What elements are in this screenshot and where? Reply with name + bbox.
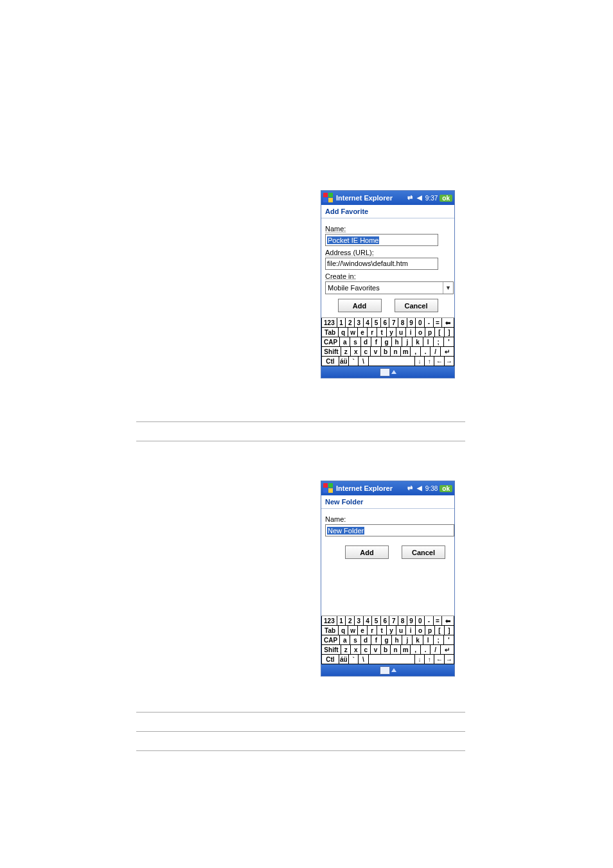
key-123[interactable]: 123 [321, 318, 337, 328]
key-x[interactable]: ' [444, 635, 454, 645]
key-o[interactable]: o [416, 328, 425, 337]
keyboard-icon[interactable] [380, 368, 390, 376]
key-4[interactable]: 4 [364, 616, 373, 626]
key-CAP[interactable]: CAP [321, 635, 340, 645]
key-x[interactable]: ↓ [415, 655, 425, 664]
key-v[interactable]: v [371, 645, 380, 655]
key-x[interactable]: ↓ [415, 357, 425, 366]
key-123[interactable]: 123 [321, 616, 337, 626]
key-o[interactable]: o [416, 626, 425, 635]
key-0[interactable]: 0 [416, 318, 425, 328]
cancel-button[interactable]: Cancel [402, 545, 445, 559]
key-2[interactable]: 2 [346, 616, 355, 626]
add-button[interactable]: Add [345, 545, 389, 559]
key-x[interactable]: ↑ [425, 655, 434, 664]
key-9[interactable]: 9 [407, 318, 416, 328]
key-xx[interactable]: áü [339, 357, 349, 366]
key-f[interactable]: f [371, 635, 382, 645]
input-panel-arrow-icon[interactable] [391, 668, 396, 672]
key-x[interactable]: = [434, 318, 443, 328]
key-x[interactable]: \ [359, 655, 368, 664]
key-k[interactable]: k [413, 337, 423, 347]
key-7[interactable]: 7 [389, 616, 398, 626]
key-x[interactable]: , [411, 347, 420, 357]
key-e[interactable]: e [358, 626, 368, 635]
key-x[interactable]: ⬅ [442, 318, 454, 328]
key-Shift[interactable]: Shift [321, 645, 341, 655]
key-Tab[interactable]: Tab [321, 626, 339, 635]
key-e[interactable]: e [358, 328, 368, 337]
key-g[interactable]: g [382, 635, 392, 645]
key-x[interactable]: ` [349, 655, 359, 664]
start-icon[interactable] [323, 483, 333, 493]
key-1[interactable]: 1 [337, 318, 346, 328]
volume-icon[interactable]: ◀ [416, 194, 423, 202]
key-j[interactable]: j [402, 635, 413, 645]
key-x[interactable]: . [421, 347, 431, 357]
key-0[interactable]: 0 [416, 616, 425, 626]
key-x[interactable]: - [425, 318, 434, 328]
key-8[interactable]: 8 [398, 616, 407, 626]
soft-keyboard[interactable]: 1231234567890-=⬅Tabqwertyuiop[]CAPasdfgh… [321, 616, 454, 664]
key-h[interactable]: h [392, 337, 402, 347]
key-x[interactable]: / [431, 645, 440, 655]
key-k[interactable]: k [413, 635, 423, 645]
key-h[interactable]: h [392, 635, 402, 645]
key-Shift[interactable]: Shift [321, 347, 341, 357]
start-icon[interactable] [323, 193, 333, 203]
connectivity-icon[interactable]: ⇄ [406, 484, 414, 492]
ok-button[interactable]: ok [440, 195, 452, 202]
key-r[interactable]: r [368, 328, 377, 337]
key-s[interactable]: s [350, 337, 360, 347]
ok-button[interactable]: ok [440, 485, 452, 492]
clock[interactable]: 9:37 [425, 195, 438, 202]
clock[interactable]: 9:38 [425, 485, 438, 492]
key-x[interactable]: → [445, 357, 454, 366]
key-x[interactable]: x [351, 645, 360, 655]
key-x[interactable]: ' [444, 337, 454, 347]
key-m[interactable]: m [401, 347, 411, 357]
key-d[interactable]: d [361, 635, 371, 645]
key-l[interactable]: l [423, 635, 434, 645]
key-w[interactable]: w [348, 328, 358, 337]
key-q[interactable]: q [339, 328, 348, 337]
volume-icon[interactable]: ◀ [416, 484, 423, 492]
key-space[interactable] [369, 357, 415, 366]
key-x[interactable]: [ [435, 626, 445, 635]
key-x[interactable]: , [411, 645, 420, 655]
key-x[interactable]: ↵ [441, 645, 454, 655]
key-g[interactable]: g [382, 337, 392, 347]
key-4[interactable]: 4 [364, 318, 373, 328]
dropdown-arrow-icon[interactable]: ▼ [443, 282, 453, 294]
create-in-select[interactable]: Mobile Favorites ▼ [325, 281, 454, 294]
name-input[interactable]: New Folder [325, 524, 454, 536]
key-c[interactable]: c [361, 347, 371, 357]
key-p[interactable]: p [425, 626, 435, 635]
input-panel-arrow-icon[interactable] [391, 370, 396, 374]
key-b[interactable]: b [381, 645, 391, 655]
key-x[interactable]: - [425, 616, 434, 626]
key-3[interactable]: 3 [355, 616, 364, 626]
connectivity-icon[interactable]: ⇄ [406, 194, 414, 202]
key-t[interactable]: t [377, 626, 387, 635]
name-input[interactable]: Pocket IE Home [325, 234, 438, 246]
menu-bar[interactable] [321, 366, 454, 378]
key-x[interactable]: ] [445, 328, 454, 337]
key-j[interactable]: j [402, 337, 413, 347]
key-8[interactable]: 8 [398, 318, 407, 328]
key-x[interactable]: ` [349, 357, 359, 366]
key-5[interactable]: 5 [372, 318, 381, 328]
key-x[interactable]: ↑ [425, 357, 434, 366]
key-x[interactable]: ↵ [441, 347, 454, 357]
key-y[interactable]: y [387, 626, 396, 635]
key-Tab[interactable]: Tab [321, 328, 339, 337]
key-a[interactable]: a [340, 635, 350, 645]
key-3[interactable]: 3 [355, 318, 364, 328]
key-p[interactable]: p [425, 328, 435, 337]
key-x[interactable]: \ [359, 357, 368, 366]
key-m[interactable]: m [401, 645, 411, 655]
key-c[interactable]: c [361, 645, 371, 655]
key-x[interactable]: [ [435, 328, 445, 337]
key-x[interactable]: ; [434, 337, 444, 347]
key-x[interactable]: ← [434, 655, 444, 664]
